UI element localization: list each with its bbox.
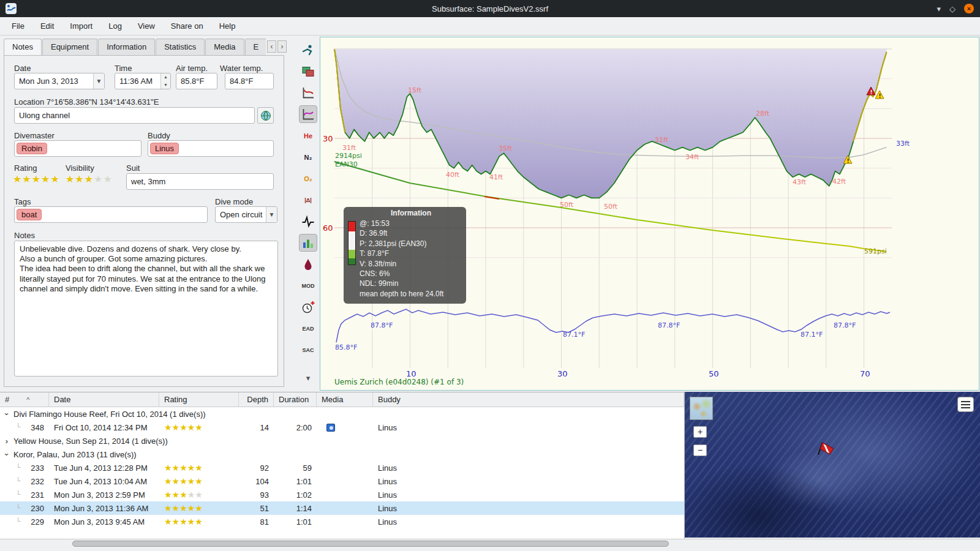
notes-label: Notes (14, 231, 35, 240)
mod-icon[interactable]: MOD (299, 277, 317, 294)
star-icon: ★ (172, 517, 180, 527)
dive-row-348[interactable]: └348Fri Oct 10, 2014 12:34 PM★★★★★142:00… (0, 421, 684, 434)
star-icon: ★ (179, 463, 187, 473)
tab-media[interactable]: Media (205, 39, 244, 56)
date-picker[interactable]: Mon Jun 3, 2013 ▼ (14, 73, 105, 89)
column-header-duration[interactable]: Duration (274, 392, 317, 407)
divemaster-chip[interactable]: Robin (17, 143, 47, 154)
tab-statistics[interactable]: Statistics (156, 39, 205, 56)
trip-row[interactable]: ›Koror, Palau, Jun 2013 (11 dive(s)) (0, 448, 684, 461)
menu-share-on[interactable]: Share on (163, 18, 211, 34)
spinner-arrows-icon[interactable]: ▲▼ (160, 73, 170, 89)
nitrogen-graph-icon[interactable]: N₂ (299, 148, 317, 166)
dive-list-header[interactable]: #^DateRatingDepthDurationMediaBuddy (0, 392, 684, 407)
dive-row-231[interactable]: └231Mon Jun 3, 2013 2:59 PM★★★★★931:02Li… (0, 488, 684, 501)
tab-notes[interactable]: Notes (4, 39, 42, 56)
media-photo-icon[interactable] (326, 424, 335, 432)
oxygen-graph-icon[interactable]: O₂ (299, 170, 317, 187)
overview-map-thumbnail[interactable] (690, 397, 713, 420)
column-header-media[interactable]: Media (317, 392, 373, 407)
tag-chip[interactable]: boat (17, 209, 42, 220)
zoom-in-button[interactable]: + (693, 426, 707, 438)
gas-icon[interactable] (299, 255, 317, 273)
tooltip-line: CNS: 6% (360, 269, 462, 279)
star-icon: ★ (172, 463, 180, 473)
sort-ascending-icon: ^ (26, 396, 29, 403)
scrollbar-thumb[interactable] (72, 541, 669, 547)
menu-edit[interactable]: Edit (32, 18, 62, 34)
tab-scroll-left-icon[interactable]: ‹ (267, 40, 276, 53)
buddy-field[interactable]: Linus (148, 140, 274, 157)
menu-help[interactable]: Help (211, 18, 244, 34)
star-icon: ★ (164, 476, 172, 486)
heartrate-icon[interactable] (299, 212, 317, 230)
tab-scroll-right-icon[interactable]: › (277, 40, 287, 53)
minimize-icon[interactable]: ▾ (937, 4, 941, 13)
zoom-out-button[interactable]: − (693, 444, 707, 456)
tags-field[interactable]: boat (14, 206, 208, 223)
map-globe-button[interactable] (257, 107, 274, 124)
sac-icon[interactable]: SAC (299, 341, 317, 359)
visibility-stars[interactable]: ★★★★★ (66, 173, 113, 185)
airtemp-field[interactable]: 85.8°F (176, 73, 217, 89)
divemaster-field[interactable]: Robin (14, 140, 141, 157)
dive-row-230[interactable]: └230Mon Jun 3, 2013 11:36 AM★★★★★511:14L… (0, 501, 684, 515)
column-header-date[interactable]: Date (49, 392, 159, 407)
pictures-toggle-icon[interactable] (299, 62, 317, 80)
ceiling-icon[interactable] (299, 84, 317, 102)
collapse-trip-icon[interactable]: › (2, 451, 12, 457)
helium-graph-icon[interactable]: He (299, 127, 317, 144)
trip-row[interactable]: ›Yellow House, Sun Sep 21, 2014 (1 dive(… (0, 434, 684, 448)
tissues-icon[interactable] (299, 234, 317, 252)
rating-stars[interactable]: ★★★★★ (13, 173, 60, 185)
column-header-num[interactable]: #^ (0, 392, 49, 407)
chevron-down-icon[interactable]: ▼ (93, 73, 104, 89)
delta-pressure-icon[interactable]: |Δ| (299, 191, 317, 209)
dive-row-229[interactable]: └229Mon Jun 3, 2013 9:45 AM★★★★★811:01Li… (0, 515, 684, 528)
star-icon: ★ (187, 422, 195, 432)
menu-import[interactable]: Import (62, 18, 100, 34)
column-header-buddy[interactable]: Buddy (373, 392, 684, 407)
map-panel[interactable]: + − (685, 392, 980, 538)
menu-file[interactable]: File (4, 18, 32, 34)
column-header-rating[interactable]: Rating (159, 392, 239, 407)
tree-branch-icon: └ (16, 517, 21, 527)
time-spinner[interactable]: 11:36 AM ▲▼ (115, 73, 171, 89)
trip-row[interactable]: ›Divi Flamingo House Reef, Fri Oct 10, 2… (0, 407, 684, 421)
chevron-down-icon[interactable]: ▼ (266, 207, 277, 222)
tab-e[interactable]: E (245, 39, 266, 56)
profile-toolbar: HeN₂O₂|Δ|MODEADSAC▾ (296, 36, 320, 389)
ndl-tts-icon[interactable] (299, 298, 317, 316)
column-header-depth[interactable]: Depth (239, 392, 274, 407)
watertemp-field[interactable]: 84.8°F (225, 73, 274, 89)
location-field[interactable]: Ulong channel (14, 107, 255, 124)
menu-view[interactable]: View (130, 18, 163, 34)
tooltip-line: T: 87.8°F (360, 249, 462, 258)
map-menu-button[interactable] (957, 397, 974, 412)
collapse-trip-icon[interactable]: › (2, 411, 12, 417)
tab-information[interactable]: Information (98, 39, 155, 56)
expand-trip-icon[interactable]: › (4, 437, 10, 446)
toolbar-scroll-down-icon[interactable]: ▾ (299, 369, 317, 387)
star-icon: ★ (179, 476, 187, 486)
dive-site-flag-marker[interactable] (815, 440, 835, 462)
svg-text:33ft: 33ft (896, 140, 910, 148)
calculated-ceiling-icon[interactable] (299, 105, 317, 123)
star-icon: ★ (164, 422, 172, 432)
tab-equipment[interactable]: Equipment (42, 39, 97, 56)
maximize-icon[interactable]: ◇ (949, 4, 956, 13)
dive-computer-icon[interactable] (299, 41, 317, 59)
horizontal-scrollbar[interactable] (0, 539, 980, 548)
buddy-chip[interactable]: Linus (150, 143, 179, 154)
notes-textarea[interactable]: Unbelievable dive. Dozens and dozens of … (14, 241, 278, 377)
svg-text:!: ! (879, 93, 881, 99)
ead-icon[interactable]: EAD (299, 320, 317, 337)
close-icon[interactable]: × (964, 4, 974, 13)
svg-text:!: ! (870, 89, 873, 96)
dive-profile-panel[interactable]: 31ft15ft40ft41ft35ft50ft50ft31ft34ft28ft… (320, 37, 979, 391)
divemode-select[interactable]: Open circuit ▼ (215, 206, 277, 223)
suit-field[interactable]: wet, 3mm (126, 173, 274, 190)
dive-row-232[interactable]: └232Tue Jun 4, 2013 10:04 AM★★★★★1041:01… (0, 474, 684, 488)
dive-row-233[interactable]: └233Tue Jun 4, 2013 12:28 PM★★★★★9259Lin… (0, 461, 684, 474)
menu-log[interactable]: Log (100, 18, 130, 34)
